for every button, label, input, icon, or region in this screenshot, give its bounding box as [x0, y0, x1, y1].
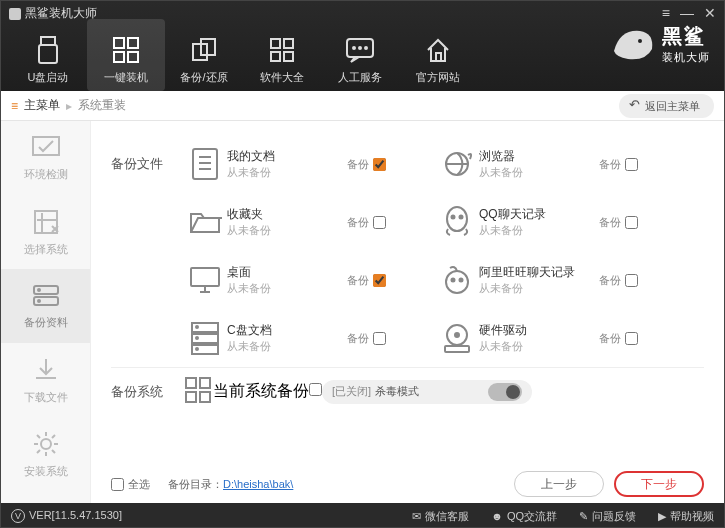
checkbox-label: 备份 [599, 331, 621, 346]
nav-support[interactable]: 人工服务 [321, 19, 399, 91]
backup-checkbox-desktop[interactable] [373, 274, 386, 287]
svg-rect-11 [284, 52, 293, 61]
status-bar: VVER[11.5.47.1530] ✉微信客服 ☻QQ交流群 ✎问题反馈 ▶帮… [1, 503, 724, 528]
wizard-sidebar: 环境检测 选择系统 备份资料 下载文件 安装系统 [1, 121, 91, 503]
svg-rect-47 [445, 346, 469, 352]
backup-checkbox-favorites[interactable] [373, 216, 386, 229]
svg-rect-48 [186, 378, 196, 388]
svg-point-32 [460, 216, 463, 219]
menu-icon[interactable]: ≡ [662, 5, 670, 21]
status-link-wechat[interactable]: ✉微信客服 [412, 509, 469, 524]
svg-point-30 [447, 207, 467, 231]
svg-point-24 [41, 439, 51, 449]
breadcrumb-root[interactable]: 主菜单 [24, 97, 60, 114]
step-select-system[interactable]: 选择系统 [1, 195, 90, 269]
section-title-system: 备份系统 [111, 383, 183, 401]
backup-checkbox-qq[interactable] [625, 216, 638, 229]
backup-checkbox-browser[interactable] [625, 158, 638, 171]
brand-tagline: 装机大师 [662, 50, 710, 65]
nav-one-click-install[interactable]: 一键装机 [87, 19, 165, 91]
svg-point-23 [38, 300, 40, 302]
svg-rect-33 [191, 268, 219, 286]
step-download[interactable]: 下载文件 [1, 343, 90, 417]
list-icon: ≡ [11, 99, 18, 113]
backup-row: C盘文档从未备份 备份 硬件驱动从未备份 备份 [111, 309, 704, 367]
antivirus-toggle[interactable] [488, 383, 522, 401]
app-logo-icon [9, 8, 21, 20]
video-icon: ▶ [658, 510, 666, 523]
next-step-button[interactable]: 下一步 [614, 471, 704, 497]
minimize-icon[interactable]: — [680, 5, 694, 21]
backup-checkbox-docs[interactable] [373, 158, 386, 171]
svg-rect-16 [436, 53, 441, 61]
step-label: 备份资料 [24, 315, 68, 330]
item-status: 从未备份 [479, 339, 599, 354]
item-name: 浏览器 [479, 148, 599, 165]
status-link-help-video[interactable]: ▶帮助视频 [658, 509, 714, 524]
nav-website[interactable]: 官方网站 [399, 19, 477, 91]
prev-step-button[interactable]: 上一步 [514, 471, 604, 497]
brand-name: 黑鲨 [662, 23, 706, 50]
svg-point-17 [638, 39, 642, 43]
breadcrumb: ≡ 主菜单 ▸ 系统重装 返回主菜单 [1, 91, 724, 121]
step-backup-data[interactable]: 备份资料 [1, 269, 90, 343]
version-icon: V [11, 509, 25, 523]
document-icon [183, 144, 227, 184]
backup-dir: 备份目录：D:\heisha\bak\ [168, 477, 293, 492]
window-title: 黑鲨装机大师 [25, 5, 97, 22]
step-install[interactable]: 安装系统 [1, 417, 90, 491]
status-link-qq-group[interactable]: ☻QQ交流群 [491, 509, 557, 524]
window-controls: ≡ — ✕ [662, 5, 716, 21]
svg-rect-51 [200, 392, 210, 402]
select-all[interactable]: 全选 [111, 477, 150, 492]
checkbox-label: 备份 [599, 157, 621, 172]
backup-row: 桌面从未备份 备份 阿里旺旺聊天记录从未备份 备份 [111, 251, 704, 309]
select-all-checkbox[interactable] [111, 478, 124, 491]
backup-dir-link[interactable]: D:\heisha\bak\ [223, 478, 293, 490]
checkbox-label: 备份 [347, 273, 369, 288]
svg-rect-2 [114, 38, 124, 48]
backup-checkbox-drivers[interactable] [625, 332, 638, 345]
nav-usb-boot[interactable]: U盘启动 [9, 19, 87, 91]
step-label: 选择系统 [24, 242, 68, 257]
close-icon[interactable]: ✕ [704, 5, 716, 21]
chat-icon [345, 32, 375, 68]
backup-checkbox-system[interactable] [309, 383, 322, 396]
svg-rect-50 [186, 392, 196, 402]
backup-checkbox-cdrive[interactable] [373, 332, 386, 345]
status-link-feedback[interactable]: ✎问题反馈 [579, 509, 636, 524]
desktop-icon [183, 260, 227, 300]
svg-point-38 [460, 279, 463, 282]
svg-rect-4 [114, 52, 124, 62]
nav-software[interactable]: 软件大全 [243, 19, 321, 91]
chevron-right-icon: ▸ [66, 99, 72, 113]
item-status: 从未备份 [479, 223, 599, 238]
qq-icon [435, 202, 479, 242]
step-label: 下载文件 [24, 390, 68, 405]
item-status: 从未备份 [227, 339, 347, 354]
backup-row: 备份文件 我的文档从未备份 备份 浏览器从未备份 备份 [111, 135, 704, 193]
backup-checkbox-wangwang[interactable] [625, 274, 638, 287]
checkbox-label: 备份 [599, 215, 621, 230]
nav-backup-restore[interactable]: 备份/还原 [165, 19, 243, 91]
svg-point-22 [38, 289, 40, 291]
checkbox-label: 备份 [599, 273, 621, 288]
harddrive-icon [435, 318, 479, 358]
step-label: 安装系统 [24, 464, 68, 479]
return-main-menu-button[interactable]: 返回主菜单 [619, 94, 714, 118]
server-icon [183, 318, 227, 358]
apps-icon [268, 32, 296, 68]
svg-rect-18 [33, 137, 59, 155]
step-env-check[interactable]: 环境检测 [1, 121, 90, 195]
item-name: 我的文档 [227, 148, 347, 165]
step-label: 环境检测 [24, 167, 68, 182]
main-area: 环境检测 选择系统 备份资料 下载文件 安装系统 备份文件 我的文档从未备份 备… [1, 121, 724, 503]
item-status: 从未备份 [227, 281, 347, 296]
feedback-icon: ✎ [579, 510, 588, 523]
content-panel: 备份文件 我的文档从未备份 备份 浏览器从未备份 备份 收藏夹从未备份 备份 Q… [91, 121, 724, 503]
backup-dir-label: 备份目录： [168, 478, 223, 490]
select-all-label: 全选 [128, 477, 150, 492]
usb-icon [35, 32, 61, 68]
nav-label: 官方网站 [416, 70, 460, 85]
svg-point-13 [353, 47, 355, 49]
